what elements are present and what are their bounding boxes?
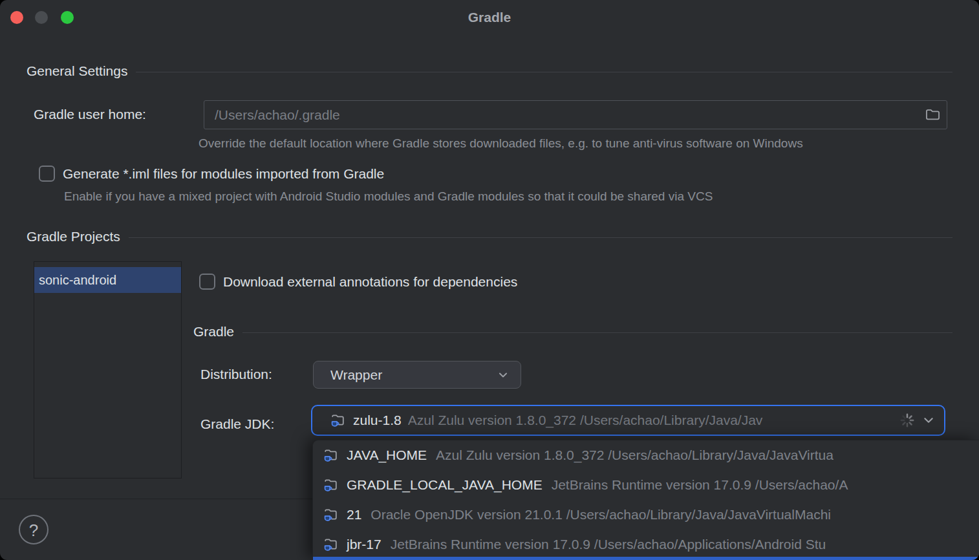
jdk-folder-cup-icon	[322, 536, 339, 554]
jdk-option-name: GRADLE_LOCAL_JAVA_HOME	[347, 477, 543, 493]
download-annotations-label[interactable]: Download external annotations for depend…	[223, 274, 517, 290]
section-gradle: Gradle	[193, 323, 952, 341]
distribution-value: Wrapper	[330, 367, 497, 383]
jdk-option-name: JAVA_HOME	[347, 447, 427, 463]
gradle-jdk-value-desc: Azul Zulu version 1.8.0_372 /Users/achao…	[408, 413, 892, 428]
gradle-user-home-label: Gradle user home:	[34, 107, 146, 122]
section-title: General Settings	[27, 63, 127, 79]
section-title: Gradle	[193, 324, 234, 339]
jdk-folder-cup-icon	[322, 506, 339, 524]
gradle-jdk-label: Gradle JDK:	[200, 416, 274, 432]
section-rule	[129, 237, 952, 238]
distribution-select[interactable]: Wrapper	[313, 361, 521, 389]
jdk-folder-cup-icon	[329, 412, 347, 429]
gradle-user-home-help: Override the default location where Grad…	[199, 136, 803, 151]
generate-iml-help: Enable if you have a mixed project with …	[64, 189, 713, 204]
jdk-option-gradle-local-java-home[interactable]: GRADLE_LOCAL_JAVA_HOME JetBrains Runtime…	[313, 470, 979, 500]
browse-folder-button[interactable]	[920, 102, 945, 128]
generate-iml-label[interactable]: Generate *.iml files for modules importe…	[63, 166, 384, 182]
jdk-folder-cup-icon	[322, 477, 339, 494]
download-annotations-checkbox[interactable]	[199, 274, 215, 290]
title-bar: Gradle	[0, 0, 979, 36]
jdk-folder-cup-icon	[322, 447, 339, 464]
jdk-option-desc: Azul Zulu version 1.8.0_372 /Users/achao…	[436, 447, 834, 463]
projects-list: sonic-android	[34, 261, 182, 479]
section-rule	[136, 72, 952, 72]
screen: Gradle General Settings Gradle user home…	[0, 0, 979, 560]
section-gradle-projects: Gradle Projects	[27, 228, 952, 246]
jdk-option-desc: JetBrains Runtime version 17.0.9 /Users/…	[391, 537, 826, 552]
distribution-label: Distribution:	[200, 367, 272, 382]
gradle-user-home-field	[204, 100, 947, 129]
project-list-item-selected[interactable]: sonic-android	[34, 267, 181, 293]
window-title: Gradle	[0, 0, 979, 36]
section-rule	[242, 332, 952, 333]
jdk-option-jbr-17[interactable]: jbr-17 JetBrains Runtime version 17.0.9 …	[313, 530, 979, 559]
jdk-option-desc: Oracle OpenJDK version 21.0.1 /Users/ach…	[371, 507, 831, 522]
chevron-down-icon	[497, 369, 509, 381]
jdk-option-name: 21	[347, 507, 361, 522]
gradle-jdk-select[interactable]: zulu-1.8 Azul Zulu version 1.8.0_372 /Us…	[311, 405, 945, 436]
section-general-settings: General Settings	[27, 62, 952, 80]
section-title: Gradle Projects	[27, 229, 120, 244]
gradle-jdk-value-name: zulu-1.8	[353, 413, 402, 428]
gradle-user-home-input[interactable]	[204, 107, 920, 123]
spinner-icon	[899, 412, 916, 429]
jdk-option-highlighted-partial[interactable]	[313, 557, 979, 560]
jdk-option-java-home[interactable]: JAVA_HOME Azul Zulu version 1.8.0_372 /U…	[313, 440, 979, 470]
jdk-option-21[interactable]: 21 Oracle OpenJDK version 21.0.1 /Users/…	[313, 500, 979, 530]
jdk-option-desc: JetBrains Runtime version 17.0.9 /Users/…	[552, 477, 848, 493]
gradle-settings-dialog: Gradle General Settings Gradle user home…	[0, 0, 979, 560]
jdk-option-name: jbr-17	[347, 537, 382, 552]
gradle-jdk-dropdown-popup: JAVA_HOME Azul Zulu version 1.8.0_372 /U…	[312, 440, 979, 560]
folder-icon	[924, 106, 941, 124]
generate-iml-checkbox[interactable]	[39, 166, 55, 182]
help-button[interactable]: ?	[19, 515, 48, 544]
chevron-down-icon	[922, 414, 935, 427]
